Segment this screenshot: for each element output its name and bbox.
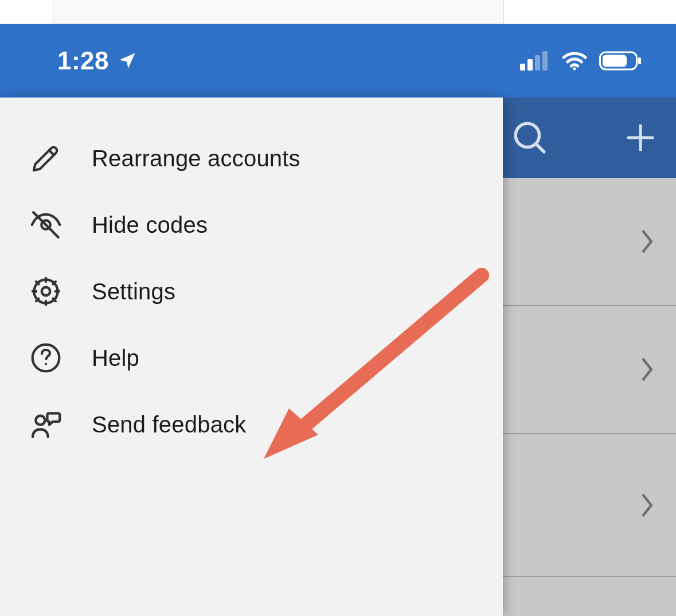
menu-item-label: Send feedback xyxy=(92,412,246,438)
menu-item-label: Help xyxy=(92,345,139,371)
window-top-gap-inner xyxy=(53,0,504,24)
svg-point-4 xyxy=(573,67,576,70)
question-circle-icon xyxy=(29,341,63,375)
location-arrow-icon xyxy=(117,50,138,71)
window-top-gap xyxy=(0,0,676,24)
svg-point-18 xyxy=(45,363,47,365)
svg-line-9 xyxy=(536,144,544,152)
svg-rect-0 xyxy=(520,64,525,71)
wifi-icon xyxy=(561,51,588,71)
pencil-icon xyxy=(29,141,63,176)
background-list xyxy=(503,178,676,616)
gear-icon xyxy=(29,274,63,309)
main-area: Rearrange accounts Hide codes xyxy=(0,98,676,616)
status-bar-left: 1:28 xyxy=(57,46,138,75)
svg-rect-7 xyxy=(638,57,641,64)
menu-item-settings[interactable]: Settings xyxy=(0,258,503,325)
eye-off-icon xyxy=(29,208,63,242)
menu-item-label: Hide codes xyxy=(92,212,208,238)
chevron-right-icon xyxy=(639,357,655,382)
status-time: 1:28 xyxy=(57,46,109,75)
menu-item-send-feedback[interactable]: Send feedback xyxy=(0,391,503,458)
menu-item-rearrange-accounts[interactable]: Rearrange accounts xyxy=(0,125,503,192)
svg-rect-6 xyxy=(603,55,627,67)
svg-point-19 xyxy=(36,416,45,425)
menu-item-label: Rearrange accounts xyxy=(92,146,300,171)
menu-item-hide-codes[interactable]: Hide codes xyxy=(0,192,503,258)
side-menu: Rearrange accounts Hide codes xyxy=(0,98,503,616)
svg-point-16 xyxy=(34,279,57,303)
battery-icon xyxy=(599,50,643,71)
feedback-icon xyxy=(29,407,63,442)
add-icon[interactable] xyxy=(624,122,657,154)
search-icon[interactable] xyxy=(511,119,549,157)
svg-rect-3 xyxy=(542,51,548,71)
svg-rect-2 xyxy=(535,55,540,71)
list-row[interactable] xyxy=(503,434,676,577)
menu-item-label: Settings xyxy=(92,279,175,305)
menu-item-help[interactable]: Help xyxy=(0,325,503,391)
svg-point-15 xyxy=(42,287,50,296)
cellular-signal-icon xyxy=(520,51,550,71)
svg-rect-1 xyxy=(527,59,533,71)
svg-line-12 xyxy=(49,150,54,155)
list-row[interactable] xyxy=(503,306,676,434)
list-row[interactable] xyxy=(503,178,676,306)
chevron-right-icon xyxy=(639,493,655,518)
status-bar: 1:28 xyxy=(0,24,676,98)
status-bar-right xyxy=(520,50,643,71)
background-list-pane xyxy=(503,98,676,616)
chevron-right-icon xyxy=(639,229,655,254)
background-header xyxy=(503,98,676,178)
